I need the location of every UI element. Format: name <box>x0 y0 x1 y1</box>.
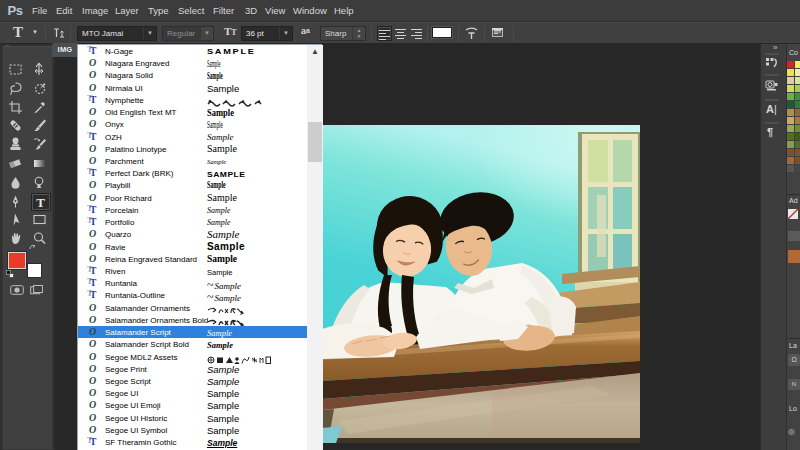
svg-text:T: T <box>36 195 45 210</box>
